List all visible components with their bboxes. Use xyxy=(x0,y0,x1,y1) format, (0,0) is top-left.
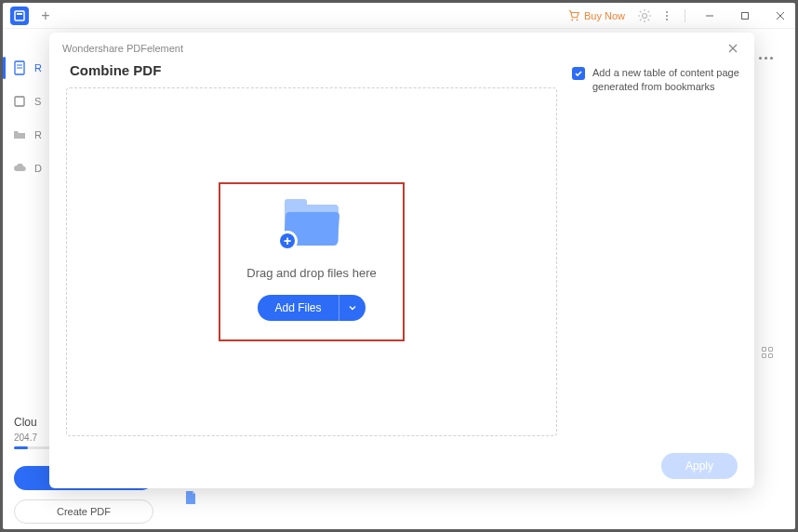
create-pdf-button[interactable]: Create PDF xyxy=(14,499,153,524)
sidebar-item-folder[interactable]: R xyxy=(3,118,47,152)
app-logo[interactable] xyxy=(10,7,29,25)
check-icon xyxy=(574,69,583,78)
svg-point-3 xyxy=(577,19,579,20)
file-thumbnail-icon xyxy=(184,490,197,509)
sidebar-item-recent[interactable]: R xyxy=(3,51,47,85)
sidebar-label: D xyxy=(34,163,42,174)
modal-app-title: Wondershare PDFelement xyxy=(62,43,183,54)
modal-title: Combine PDF xyxy=(66,62,557,78)
cart-icon xyxy=(567,9,580,22)
chevron-down-icon xyxy=(349,304,356,312)
modal-header: Wondershare PDFelement xyxy=(49,33,754,55)
page-more-button[interactable] xyxy=(759,57,773,60)
svg-point-2 xyxy=(571,19,573,20)
sidebar-label: R xyxy=(34,62,42,73)
dropzone-text: Drag and drop files here xyxy=(246,266,376,280)
divider xyxy=(685,9,685,22)
buy-now-button[interactable]: Buy Now xyxy=(562,7,631,24)
file-dropzone[interactable]: + Drag and drop files here Add Files xyxy=(66,87,557,436)
more-menu-button[interactable] xyxy=(658,7,675,24)
close-window-button[interactable] xyxy=(765,3,795,29)
create-pdf-label: Create PDF xyxy=(57,506,111,517)
star-icon xyxy=(12,94,27,109)
new-tab-button[interactable]: + xyxy=(36,7,55,25)
add-files-dropdown[interactable] xyxy=(339,295,366,321)
modal-right-panel: Add a new table of content page generate… xyxy=(557,62,754,444)
modal-footer: Apply xyxy=(49,444,754,488)
titlebar-left: + xyxy=(10,7,55,25)
toc-checkbox-label: Add a new table of content page generate… xyxy=(592,66,741,95)
add-files-group: Add Files xyxy=(258,295,365,321)
buy-now-label: Buy Now xyxy=(584,10,625,21)
maximize-button[interactable] xyxy=(730,3,760,29)
apply-label: Apply xyxy=(685,459,713,472)
folder-icon xyxy=(12,127,27,142)
close-icon xyxy=(727,43,738,54)
sidebar-item-cloud[interactable]: D xyxy=(3,152,47,185)
combine-pdf-modal: Wondershare PDFelement Combine PDF + Dra… xyxy=(49,33,754,488)
app-window: + Buy Now R S R xyxy=(3,3,795,529)
cloud-icon xyxy=(12,161,27,176)
settings-icon[interactable] xyxy=(636,7,653,24)
sidebar-item-starred[interactable]: S xyxy=(3,85,47,118)
svg-rect-6 xyxy=(742,12,749,19)
sidebar-label: R xyxy=(34,129,42,140)
add-files-label: Add Files xyxy=(274,301,321,314)
modal-left-panel: Combine PDF + Drag and drop files here A… xyxy=(66,62,557,444)
document-icon xyxy=(12,60,27,75)
toc-checkbox-row[interactable]: Add a new table of content page generate… xyxy=(572,66,741,95)
svg-rect-12 xyxy=(15,97,24,106)
toc-checkbox[interactable] xyxy=(572,67,585,80)
titlebar: + Buy Now xyxy=(3,3,795,29)
svg-rect-1 xyxy=(17,13,22,15)
sidebar-label: S xyxy=(34,96,41,107)
svg-point-4 xyxy=(643,13,647,18)
dropzone-highlight: + Drag and drop files here Add Files xyxy=(219,182,404,341)
titlebar-right: Buy Now xyxy=(562,3,795,29)
grid-view-icon[interactable] xyxy=(762,347,773,358)
apply-button[interactable]: Apply xyxy=(661,453,738,479)
folder-plus-icon: + xyxy=(279,201,344,249)
svg-rect-0 xyxy=(15,11,24,20)
modal-body: Combine PDF + Drag and drop files here A… xyxy=(49,55,754,444)
minimize-button[interactable] xyxy=(695,3,725,29)
add-files-button[interactable]: Add Files xyxy=(258,295,338,321)
